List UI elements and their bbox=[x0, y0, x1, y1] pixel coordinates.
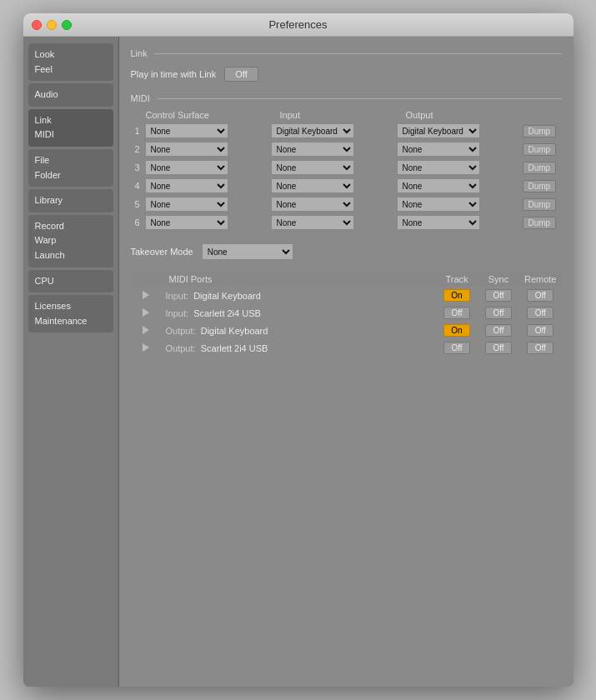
window-title: Preferences bbox=[268, 18, 327, 31]
expand-icon[interactable] bbox=[143, 291, 149, 299]
list-item: Output: Scarlett 2i4 USBOffOffOff bbox=[131, 339, 562, 357]
expand-icon[interactable] bbox=[143, 308, 149, 317]
list-item: Input: Scarlett 2i4 USBOffOffOff bbox=[131, 304, 562, 322]
output-select[interactable]: None bbox=[397, 142, 480, 157]
sidebar-item-cpu[interactable]: CPU bbox=[28, 270, 113, 293]
input-select[interactable]: Digital Keyboard bbox=[271, 123, 354, 138]
output-select[interactable]: None bbox=[397, 178, 480, 193]
col-remote-header: Remote bbox=[519, 272, 562, 287]
row-number: 4 bbox=[131, 177, 143, 195]
track-toggle[interactable]: Off bbox=[443, 342, 470, 354]
window-body: LookFeel Audio LinkMIDI FileFolder Libra… bbox=[23, 37, 573, 687]
col-track-header: Track bbox=[436, 272, 478, 287]
table-row: 5NoneNoneNoneDump bbox=[131, 195, 562, 213]
sidebar-item-record-warp-launch[interactable]: RecordWarpLaunch bbox=[28, 215, 113, 268]
table-row: 3NoneNoneNoneDump bbox=[131, 158, 562, 177]
port-name: Output: Digital Keyboard bbox=[161, 322, 436, 339]
row-number: 1 bbox=[131, 122, 143, 140]
table-row: 4NoneNoneNoneDump bbox=[131, 177, 562, 195]
input-select[interactable]: None bbox=[271, 178, 354, 193]
input-select[interactable]: None bbox=[271, 197, 354, 212]
track-toggle[interactable]: On bbox=[443, 289, 470, 302]
track-toggle[interactable]: Off bbox=[443, 307, 470, 319]
control-surface-select[interactable]: None bbox=[145, 215, 228, 230]
sidebar: LookFeel Audio LinkMIDI FileFolder Libra… bbox=[23, 37, 119, 687]
preferences-window: Preferences LookFeel Audio LinkMIDI File… bbox=[23, 13, 573, 687]
sidebar-item-look-feel[interactable]: LookFeel bbox=[28, 43, 113, 81]
port-name: Input: Digital Keyboard bbox=[161, 287, 436, 304]
col-output-header: Output bbox=[394, 108, 520, 122]
port-name: Output: Scarlett 2i4 USB bbox=[161, 339, 436, 357]
link-section: Link Play in time with Link Off bbox=[131, 48, 562, 85]
dump-button[interactable]: Dump bbox=[523, 143, 557, 156]
close-button[interactable] bbox=[32, 20, 42, 30]
takeover-mode-row: Takeover Mode None Pickup Value Scaling … bbox=[131, 238, 562, 265]
midi-ports-header: MIDI Ports bbox=[161, 272, 436, 287]
output-select[interactable]: None bbox=[397, 215, 480, 230]
takeover-label: Takeover Mode bbox=[131, 247, 193, 257]
sync-toggle[interactable]: Off bbox=[485, 289, 512, 302]
sidebar-item-link-midi[interactable]: LinkMIDI bbox=[28, 109, 113, 147]
dump-button[interactable]: Dump bbox=[523, 217, 557, 229]
col-input-header: Input bbox=[268, 108, 394, 122]
list-item: Output: Digital KeyboardOnOffOff bbox=[131, 322, 562, 339]
output-select[interactable]: Digital Keyboard bbox=[397, 123, 480, 138]
midi-config-table: Control Surface Input Output 1NoneDigita… bbox=[131, 108, 562, 232]
control-surface-select[interactable]: None bbox=[145, 142, 228, 157]
sync-toggle[interactable]: Off bbox=[485, 324, 512, 337]
minimize-button[interactable] bbox=[47, 20, 57, 30]
output-select[interactable]: None bbox=[397, 197, 480, 212]
row-number: 2 bbox=[131, 140, 143, 158]
control-surface-select[interactable]: None bbox=[145, 197, 228, 212]
dump-button[interactable]: Dump bbox=[523, 125, 557, 138]
col-control-surface-header: Control Surface bbox=[143, 108, 268, 122]
remote-toggle[interactable]: Off bbox=[527, 307, 553, 319]
input-select[interactable]: None bbox=[271, 215, 354, 230]
content-area: Link Play in time with Link Off MIDI Con… bbox=[119, 37, 573, 687]
control-surface-select[interactable]: None bbox=[145, 123, 228, 138]
sidebar-item-file-folder[interactable]: FileFolder bbox=[28, 149, 113, 187]
row-number: 5 bbox=[131, 195, 143, 213]
table-row: 6NoneNoneNoneDump bbox=[131, 213, 562, 232]
input-select[interactable]: None bbox=[271, 160, 354, 175]
control-surface-select[interactable]: None bbox=[145, 178, 228, 193]
col-sync-header: Sync bbox=[478, 272, 519, 287]
sidebar-item-audio[interactable]: Audio bbox=[28, 83, 113, 107]
play-in-time-row: Play in time with Link Off bbox=[131, 63, 562, 85]
table-row: 2NoneNoneNoneDump bbox=[131, 140, 562, 158]
sync-toggle[interactable]: Off bbox=[485, 342, 512, 354]
port-name: Input: Scarlett 2i4 USB bbox=[161, 304, 436, 322]
control-surface-select[interactable]: None bbox=[145, 160, 228, 175]
expand-icon[interactable] bbox=[143, 343, 149, 352]
play-in-time-label: Play in time with Link bbox=[131, 69, 217, 79]
link-section-header: Link bbox=[131, 48, 562, 58]
midi-ports-table: MIDI Ports Track Sync Remote Input: Digi… bbox=[131, 272, 562, 357]
sync-toggle[interactable]: Off bbox=[485, 307, 512, 319]
remote-toggle[interactable]: Off bbox=[527, 289, 553, 302]
dump-button[interactable]: Dump bbox=[523, 180, 557, 192]
midi-section-header: MIDI bbox=[131, 93, 562, 103]
track-toggle[interactable]: On bbox=[443, 324, 470, 337]
sidebar-item-library[interactable]: Library bbox=[28, 189, 113, 212]
maximize-button[interactable] bbox=[62, 20, 72, 30]
row-number: 6 bbox=[131, 213, 143, 232]
list-item: Input: Digital KeyboardOnOffOff bbox=[131, 287, 562, 304]
dump-button[interactable]: Dump bbox=[523, 198, 557, 211]
output-select[interactable]: None bbox=[397, 160, 480, 175]
remote-toggle[interactable]: Off bbox=[527, 324, 553, 337]
dump-button[interactable]: Dump bbox=[523, 162, 557, 174]
remote-toggle[interactable]: Off bbox=[527, 342, 553, 354]
takeover-mode-select[interactable]: None Pickup Value Scaling Jump bbox=[202, 243, 293, 260]
titlebar: Preferences bbox=[23, 13, 573, 37]
traffic-lights bbox=[32, 20, 72, 30]
expand-icon[interactable] bbox=[143, 326, 149, 334]
play-in-time-toggle[interactable]: Off bbox=[224, 67, 258, 82]
table-row: 1NoneDigital KeyboardDigital KeyboardDum… bbox=[131, 122, 562, 140]
sidebar-item-licenses-maintenance[interactable]: LicensesMaintenance bbox=[28, 295, 113, 332]
midi-section: MIDI Control Surface Input Output 1NoneD… bbox=[131, 93, 562, 357]
input-select[interactable]: None bbox=[271, 142, 354, 157]
row-number: 3 bbox=[131, 158, 143, 177]
